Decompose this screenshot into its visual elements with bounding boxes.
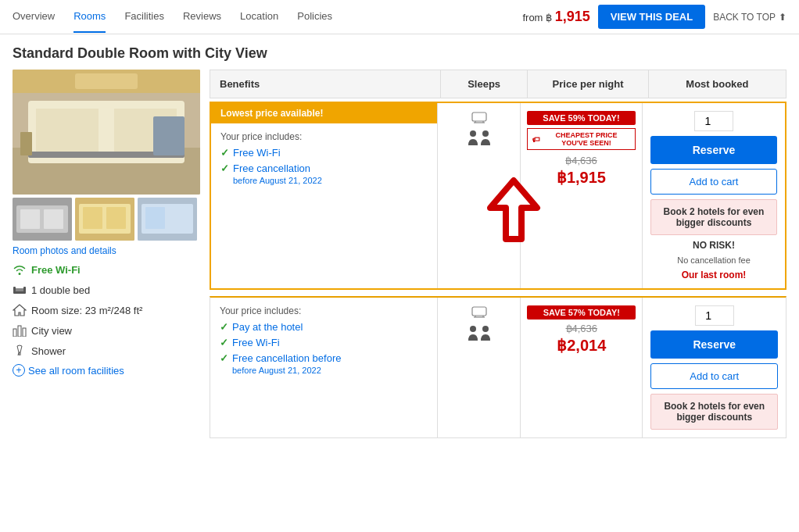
quantity-input-2[interactable] — [695, 305, 734, 326]
tag-icon: 🏷 — [532, 135, 540, 144]
shower-label: Shower — [31, 345, 66, 357]
nav-reviews[interactable]: Reviews — [183, 1, 221, 33]
arrow-up-icon: ⬆ — [779, 12, 786, 23]
svg-rect-17 — [106, 207, 126, 229]
offer-1-benefits: Lowest price available! Your price inclu… — [211, 103, 438, 288]
city-view-label: City view — [31, 325, 72, 337]
offer-2-benefits: Your price includes: ✓ Pay at the hotel … — [210, 298, 438, 437]
svg-rect-7 — [20, 132, 32, 155]
svg-rect-38 — [472, 307, 486, 316]
check-icon-3: ✓ — [220, 321, 228, 333]
offer-2-content: Your price includes: ✓ Pay at the hotel … — [210, 298, 437, 387]
offer-1-includes: Your price includes: — [220, 131, 428, 142]
save-badge-1: SAVE 59% TODAY! — [527, 111, 636, 125]
check-icon-2: ✓ — [220, 162, 229, 174]
nav-links: Overview Rooms Facilities Reviews Locati… — [13, 1, 522, 33]
offer-1-tag: Lowest price available! — [211, 103, 437, 123]
check-icon-5: ✓ — [220, 352, 228, 364]
plus-icon: + — [13, 364, 25, 377]
thumbnail-3[interactable] — [138, 198, 197, 241]
page-title: Standard Double Room with City View — [0, 34, 799, 70]
nav-location[interactable]: Location — [240, 1, 278, 33]
svg-point-42 — [470, 326, 476, 332]
bed-label: 1 double bed — [31, 284, 90, 296]
offer-2-sleeps — [438, 298, 521, 437]
svg-rect-25 — [13, 329, 16, 337]
svg-rect-31 — [472, 112, 486, 121]
room-table: Benefits Sleeps Price per night Most boo… — [210, 70, 786, 438]
th-benefits: Benefits — [210, 70, 440, 98]
wifi-label: Free Wi-Fi — [31, 264, 81, 276]
nav-currency: ฿ — [546, 12, 552, 23]
nav-overview[interactable]: Overview — [13, 1, 55, 33]
shower-icon — [13, 344, 27, 358]
nav-facilities[interactable]: Facilities — [124, 1, 164, 33]
svg-rect-6 — [153, 116, 185, 155]
see-all-label: See all room facilities — [28, 365, 124, 377]
check-icon-4: ✓ — [220, 337, 228, 348]
th-price: Price per night — [527, 70, 648, 98]
people-icons-2 — [468, 325, 491, 341]
back-to-top-button[interactable]: BACK TO TOP ⬆ — [713, 12, 786, 23]
room-photos-link[interactable]: Room photos and details — [13, 245, 200, 256]
reserve-button-1[interactable]: Reserve — [650, 136, 777, 164]
nav-policies[interactable]: Policies — [297, 1, 332, 33]
benefit-pay-hotel: ✓ Pay at the hotel — [220, 321, 428, 333]
nav-rooms[interactable]: Rooms — [73, 1, 106, 33]
last-room-label: Our last room! — [650, 270, 777, 280]
benefit-cancel-2: ✓ Free cancellation beforebefore August … — [220, 352, 428, 376]
benefit-wifi-label: Free Wi-Fi — [233, 147, 281, 159]
benefit-wifi: ✓ Free Wi-Fi — [220, 147, 428, 159]
svg-rect-27 — [23, 328, 26, 337]
add-to-cart-button-2[interactable]: Add to cart — [650, 363, 778, 389]
offer-row-2: Your price includes: ✓ Pay at the hotel … — [210, 296, 786, 438]
room-section: Room photos and details Free Wi-Fi — [0, 70, 799, 451]
nav-right: from ฿ 1,915 VIEW THIS DEAL BACK TO TOP … — [522, 5, 786, 29]
thumbnail-1[interactable] — [13, 198, 72, 241]
th-most-booked: Most booked — [648, 70, 786, 98]
book-2-label-2: Book 2 hotels for even bigger discounts — [657, 401, 771, 423]
original-price-2: ฿4,636 — [527, 323, 636, 334]
offer-1-content: Your price includes: ✓ Free Wi-Fi ✓ Free… — [211, 123, 437, 198]
original-price-1: ฿4,636 — [527, 155, 636, 166]
svg-rect-3 — [36, 109, 99, 155]
current-price-2: ฿2,014 — [527, 336, 636, 355]
check-icon-1: ✓ — [220, 147, 229, 159]
see-all-facilities[interactable]: + See all room facilities — [13, 364, 200, 377]
main-photo[interactable] — [13, 70, 200, 195]
benefit-wifi2-label: Free Wi-Fi — [232, 337, 280, 348]
benefit-cancel-label: Free cancellationbefore August 21, 2022 — [233, 162, 322, 186]
from-price-display: from ฿ 1,915 — [522, 9, 589, 25]
wifi-icon — [13, 262, 27, 277]
house-icon — [13, 303, 27, 317]
room-top: Room photos and details Free Wi-Fi — [13, 70, 786, 438]
save-badge-2: SAVE 57% TODAY! — [527, 305, 636, 320]
offer-1-actions: Reserve Add to cart Book 2 hotels for ev… — [643, 103, 785, 288]
no-cancel-label: No cancellation fee — [650, 255, 777, 265]
no-risk-label: NO RISK! — [650, 240, 777, 251]
people-icons-1 — [468, 130, 491, 145]
thumbnail-2[interactable] — [75, 198, 134, 241]
reserve-button-2[interactable]: Reserve — [650, 330, 778, 359]
quantity-input-1[interactable] — [694, 111, 733, 131]
th-sleeps: Sleeps — [440, 70, 527, 98]
offer-2-actions: Reserve Add to cart Book 2 hotels for ev… — [643, 298, 786, 437]
add-to-cart-button-1[interactable]: Add to cart — [650, 169, 777, 195]
benefit-cancel: ✓ Free cancellationbefore August 21, 202… — [220, 162, 428, 186]
offer-2-includes: Your price includes: — [220, 305, 428, 316]
amenity-city-view: City view — [13, 323, 200, 337]
svg-rect-26 — [18, 326, 21, 337]
cheapest-badge: 🏷 CHEAPEST PRICE YOU'VE SEEN! — [527, 128, 636, 150]
offer-1-price: SAVE 59% TODAY! 🏷 CHEAPEST PRICE YOU'VE … — [521, 103, 643, 288]
room-photos — [13, 70, 200, 241]
sleeps-screen-icon — [471, 111, 487, 125]
bed-icon — [13, 283, 27, 297]
svg-rect-12 — [20, 209, 40, 229]
benefit-cancel2-label: Free cancellation beforebefore August 21… — [232, 352, 341, 376]
svg-line-28 — [18, 352, 19, 355]
svg-point-35 — [470, 130, 476, 137]
view-deal-button[interactable]: VIEW THIS DEAL — [598, 5, 705, 29]
amenity-wifi: Free Wi-Fi — [13, 262, 200, 277]
sleeps-screen-icon-2 — [471, 305, 487, 320]
amenity-size: Room size: 23 m²/248 ft² — [13, 303, 200, 317]
